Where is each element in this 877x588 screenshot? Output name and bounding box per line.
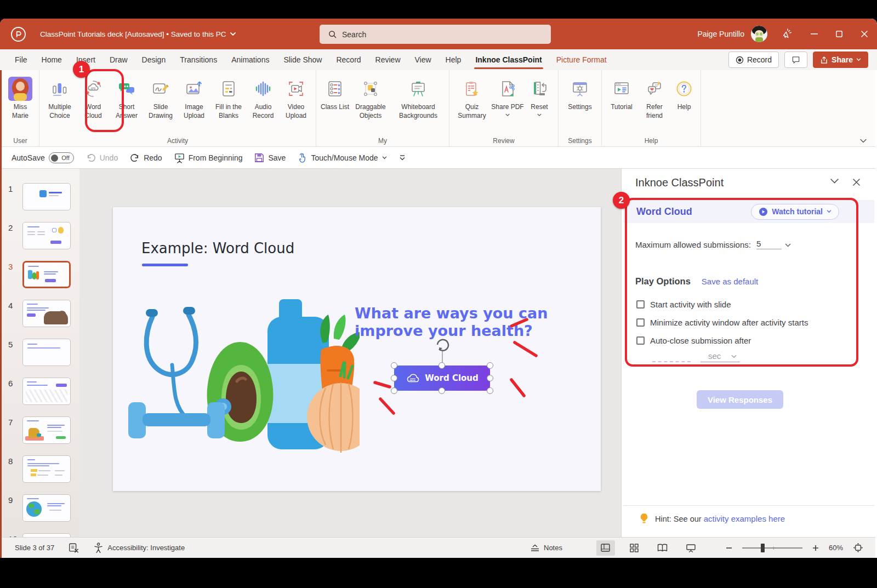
ribbon-button-video-upload[interactable]: Video Upload xyxy=(280,73,312,120)
minimize-button[interactable] xyxy=(801,19,827,49)
zoom-level[interactable]: 60% xyxy=(829,544,843,552)
slide-thumbnail[interactable] xyxy=(22,222,71,249)
pane-close-icon[interactable] xyxy=(853,179,860,186)
tab-inknoe-classpoint[interactable]: Inknoe ClassPoint xyxy=(468,49,549,70)
tab-view[interactable]: View xyxy=(408,49,438,70)
slide-thumbnail[interactable] xyxy=(22,183,71,210)
ribbon-button-settings[interactable]: Settings xyxy=(562,73,598,112)
thumbnail-row-6[interactable]: 6 xyxy=(2,374,79,413)
tab-help[interactable]: Help xyxy=(438,49,469,70)
slide-thumbnail[interactable] xyxy=(22,533,71,537)
selection-handle[interactable] xyxy=(487,362,493,369)
tab-review[interactable]: Review xyxy=(368,49,408,70)
slide-title[interactable]: Example: Word Cloud xyxy=(141,240,294,256)
document-title[interactable]: ClassPoint Tutorials deck [Autosaved] • … xyxy=(40,30,236,38)
selection-handle[interactable] xyxy=(487,375,493,381)
powerpoint-logo-icon[interactable] xyxy=(11,27,26,42)
slide-sorter-view-button[interactable] xyxy=(625,540,643,556)
selection-handle[interactable] xyxy=(391,387,397,394)
accessibility-status[interactable]: Accessibility: Investigate xyxy=(94,543,185,553)
selection-handle[interactable] xyxy=(438,362,445,369)
fit-to-window-icon[interactable] xyxy=(853,543,863,553)
ribbon-button-fill-in-the-blanks[interactable]: Fill in the Blanks xyxy=(210,73,247,120)
tab-animations[interactable]: Animations xyxy=(224,49,276,70)
close-button[interactable] xyxy=(852,19,877,49)
selection-handle[interactable] xyxy=(487,387,493,394)
search-input[interactable]: Search xyxy=(320,25,551,44)
normal-view-button[interactable] xyxy=(596,540,615,556)
thumbnail-row-2[interactable]: 2 xyxy=(2,219,79,258)
slideshow-view-button[interactable] xyxy=(682,540,701,556)
notes-button[interactable]: Notes xyxy=(530,544,562,552)
selection-handle[interactable] xyxy=(438,387,445,394)
ribbon-button-tutorial[interactable]: Tutorial xyxy=(605,73,638,112)
slide-thumbnail[interactable] xyxy=(22,300,71,327)
ribbon-button-quiz-summary[interactable]: Quiz Summary xyxy=(453,73,491,120)
activity-examples-link[interactable]: activity examples here xyxy=(704,514,785,523)
pane-chevron-down-icon[interactable] xyxy=(830,179,839,184)
user-name[interactable]: Paige Puntillo xyxy=(697,30,744,38)
autosave-switch[interactable]: Off xyxy=(49,152,74,163)
selection-handle[interactable] xyxy=(391,362,397,369)
ribbon-button-draggable-objects[interactable]: Draggable Objects xyxy=(350,73,391,120)
slide-editor[interactable]: Example: Word Cloud xyxy=(113,207,601,491)
slide-thumbnail[interactable] xyxy=(22,494,71,522)
thumbnail-row-4[interactable]: 4 xyxy=(2,296,79,335)
slide-thumbnail-selected[interactable] xyxy=(22,261,71,288)
feedback-megaphone-icon[interactable] xyxy=(782,28,794,40)
ribbon-button-slide-drawing[interactable]: Slide Drawing xyxy=(144,73,178,120)
reading-view-button[interactable] xyxy=(653,540,672,556)
selection-handle[interactable] xyxy=(391,375,397,381)
save-button[interactable]: Save xyxy=(254,153,286,163)
touch-mouse-mode-button[interactable]: Touch/Mouse Mode xyxy=(298,153,386,163)
view-responses-button[interactable]: View Responses xyxy=(697,390,783,409)
slide-thumbnail[interactable] xyxy=(22,339,71,366)
ribbon-button-whiteboard-backgrounds[interactable]: Whiteboard Backgrounds xyxy=(391,73,446,120)
record-button[interactable]: Record xyxy=(728,52,779,68)
from-beginning-button[interactable]: From Beginning xyxy=(174,153,243,163)
ribbon-button-refer-friend[interactable]: Refer friend xyxy=(638,73,671,120)
thumbnail-row-1[interactable]: 1 xyxy=(2,180,79,219)
thumbnail-row-8[interactable]: 8 xyxy=(2,452,79,491)
tab-file[interactable]: File xyxy=(8,49,35,70)
thumbnail-row-9[interactable]: 9 xyxy=(2,491,79,530)
ribbon-button-help[interactable]: Help xyxy=(671,73,697,112)
slide-thumbnail[interactable] xyxy=(22,378,71,405)
ribbon-button-share-pdf[interactable]: Share PDF xyxy=(491,73,524,117)
toolbar-overflow-chevron[interactable] xyxy=(399,155,406,161)
slide-thumbnail[interactable] xyxy=(22,455,71,483)
autosave-toggle[interactable]: AutoSave Off xyxy=(12,152,74,163)
zoom-slider[interactable]: + xyxy=(742,547,802,549)
thumbnail-row-3-selected[interactable]: 3 xyxy=(2,258,79,296)
thumbnail-row-10[interactable]: 10 xyxy=(2,530,79,537)
ribbon-button-multiple-choice[interactable]: Multiple Choice xyxy=(43,73,77,120)
tab-record[interactable]: Record xyxy=(329,49,368,70)
maximize-button[interactable] xyxy=(827,19,852,49)
ribbon-button-miss-marie[interactable]: Miss Marie xyxy=(5,73,36,120)
thumbnail-row-7[interactable]: 7 xyxy=(2,413,79,452)
ribbon-button-class-list[interactable]: Class List xyxy=(320,73,350,112)
tab-design[interactable]: Design xyxy=(135,49,173,70)
slide-question-text[interactable]: What are ways you can improve your healt… xyxy=(355,305,557,340)
zoom-in-button[interactable] xyxy=(812,545,819,551)
tab-draw[interactable]: Draw xyxy=(102,49,135,70)
thumbnail-row-5[interactable]: 5 xyxy=(2,335,79,374)
spell-check-icon[interactable] xyxy=(69,543,79,553)
ribbon-button-reset[interactable]: Reset xyxy=(524,73,555,117)
redo-button[interactable]: Redo xyxy=(130,153,162,162)
slide-counter[interactable]: Slide 3 of 37 xyxy=(15,544,54,552)
comments-button[interactable] xyxy=(784,52,807,68)
undo-button[interactable]: Undo xyxy=(86,153,118,162)
healthy-food-illustration[interactable] xyxy=(124,299,360,466)
tab-home[interactable]: Home xyxy=(35,49,69,70)
tab-transitions[interactable]: Transitions xyxy=(173,49,224,70)
tab-picture-format[interactable]: Picture Format xyxy=(549,49,614,70)
collapse-ribbon-chevron[interactable] xyxy=(860,139,867,143)
zoom-out-button[interactable] xyxy=(726,545,732,551)
zoom-slider-thumb[interactable] xyxy=(761,544,765,552)
share-button[interactable]: Share xyxy=(813,52,868,68)
ribbon-button-audio-record[interactable]: Audio Record xyxy=(247,73,280,120)
tab-slide-show[interactable]: Slide Show xyxy=(276,49,329,70)
avatar[interactable] xyxy=(751,26,767,42)
ribbon-button-image-upload[interactable]: Image Upload xyxy=(178,73,210,120)
